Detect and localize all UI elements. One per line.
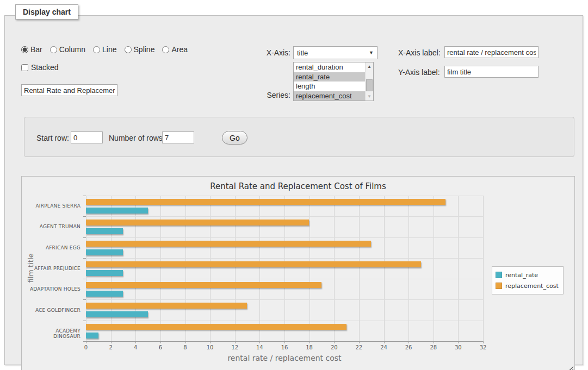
x-tick-mark xyxy=(384,341,385,343)
num-rows-label: Number of rows: xyxy=(109,134,165,142)
chart-type-label-bar[interactable]: Bar xyxy=(30,45,42,54)
bar-rental_rate[interactable] xyxy=(86,208,148,214)
x-axis-label-input[interactable] xyxy=(444,46,539,58)
y-axis-label-input[interactable] xyxy=(444,66,539,78)
x-tick-mark xyxy=(434,341,434,343)
chart-title: Rental Rate and Replacement Cost of Film… xyxy=(22,181,574,191)
x-tick-label: 24 xyxy=(373,344,395,350)
category-label: ACADEMY DINOSAUR xyxy=(27,328,81,339)
y-tick-mark xyxy=(83,321,86,321)
num-rows-input[interactable] xyxy=(162,131,194,143)
band-line xyxy=(86,196,483,196)
scroll-up-icon[interactable]: ▲ xyxy=(366,62,373,71)
y-tick-mark xyxy=(83,299,86,300)
y-tick-mark xyxy=(83,216,86,217)
x-tick-mark xyxy=(135,341,136,343)
x-axis-select-label: X-Axis: xyxy=(244,48,290,57)
resize-handle-icon[interactable] xyxy=(567,364,573,370)
legend-label: rental_rate xyxy=(505,272,538,279)
x-tick-mark xyxy=(210,341,211,343)
bar-replacement_cost[interactable] xyxy=(86,324,346,330)
legend-item-replacement_cost[interactable]: replacement_cost xyxy=(496,280,559,291)
chart-type-label-spline[interactable]: Spline xyxy=(134,45,155,54)
series-option-rental-rate[interactable]: rental_rate xyxy=(294,72,365,82)
chart-type-radio-area[interactable] xyxy=(162,46,169,53)
x-tick-label: 8 xyxy=(175,344,196,350)
gridline xyxy=(359,196,360,341)
legend-swatch-icon xyxy=(496,283,502,289)
band-line xyxy=(86,237,483,238)
gridline xyxy=(111,196,112,341)
series-option-replacement-cost[interactable]: replacement_cost xyxy=(294,91,365,101)
gridline xyxy=(235,196,236,341)
bar-replacement_cost[interactable] xyxy=(86,282,321,288)
gridline xyxy=(408,196,409,341)
y-tick-mark xyxy=(83,237,86,238)
gridline xyxy=(185,196,186,341)
x-axis-label-caption: X-Axis label: xyxy=(398,48,441,57)
gridline xyxy=(160,196,161,341)
x-tick-mark xyxy=(284,341,285,343)
stacked-label[interactable]: Stacked xyxy=(31,63,59,72)
x-tick-label: 18 xyxy=(299,344,320,350)
chevron-down-icon: ▼ xyxy=(369,50,374,55)
series-option-rental-duration[interactable]: rental_duration xyxy=(294,62,365,72)
x-tick-label: 22 xyxy=(348,344,370,350)
bar-rental_rate[interactable] xyxy=(86,311,148,317)
x-tick-mark xyxy=(483,341,484,343)
gridline xyxy=(86,196,86,341)
y-tick-mark xyxy=(83,341,86,342)
bar-rental_rate[interactable] xyxy=(86,270,123,276)
category-label: AIRPLANE SIERRA xyxy=(27,203,81,209)
x-axis-select[interactable]: title ▼ xyxy=(293,46,377,59)
gridline xyxy=(434,196,434,341)
rows-panel: Start row: Number of rows: Go xyxy=(24,117,574,157)
go-button[interactable]: Go xyxy=(222,131,247,145)
start-row-input[interactable] xyxy=(71,131,103,143)
bar-replacement_cost[interactable] xyxy=(86,303,247,309)
x-tick-mark xyxy=(160,341,161,343)
x-tick-mark xyxy=(185,341,186,343)
stacked-checkbox[interactable] xyxy=(21,64,28,71)
chart-type-label-column[interactable]: Column xyxy=(59,45,85,54)
bar-rental_rate[interactable] xyxy=(86,333,98,338)
chart-type-label-line[interactable]: Line xyxy=(102,45,116,54)
series-list-label: Series: xyxy=(244,91,290,99)
series-option-length[interactable]: length xyxy=(294,81,365,91)
band-line xyxy=(86,279,483,279)
chart-type-radio-column[interactable] xyxy=(50,46,57,53)
plot-area xyxy=(86,196,483,341)
bar-replacement_cost[interactable] xyxy=(86,261,421,267)
series-scrollbar[interactable]: ▲ ▼ xyxy=(365,62,373,101)
x-tick-label: 30 xyxy=(447,344,469,350)
bar-replacement_cost[interactable] xyxy=(86,220,309,225)
bar-rental_rate[interactable] xyxy=(86,291,123,297)
x-tick-label: 4 xyxy=(125,344,146,350)
bar-rental_rate[interactable] xyxy=(86,228,123,234)
x-tick-label: 12 xyxy=(224,344,246,350)
y-axis-title: film title xyxy=(27,187,35,350)
chart-type-radio-spline[interactable] xyxy=(125,46,132,53)
scroll-down-icon[interactable]: ▼ xyxy=(366,92,373,101)
series-listbox[interactable]: rental_duration rental_rate length repla… xyxy=(293,62,374,101)
gridline xyxy=(458,196,459,341)
chart-title-input[interactable] xyxy=(21,84,117,96)
gridline xyxy=(259,196,260,341)
start-row-label: Start row: xyxy=(36,134,69,142)
scroll-thumb[interactable] xyxy=(366,79,373,91)
bar-replacement_cost[interactable] xyxy=(86,199,445,205)
legend-item-rental_rate[interactable]: rental_rate xyxy=(496,269,559,280)
chart-type-radio-bar[interactable] xyxy=(21,46,28,53)
scroll-track[interactable] xyxy=(366,71,373,92)
bar-rental_rate[interactable] xyxy=(86,249,123,255)
chart-type-radio-group: Bar Column Line Spline Area xyxy=(21,45,193,54)
chart-type-label-area[interactable]: Area xyxy=(171,45,188,54)
y-tick-mark xyxy=(83,196,86,196)
x-tick-label: 2 xyxy=(100,344,122,350)
x-tick-mark xyxy=(334,341,335,343)
x-tick-label: 20 xyxy=(323,344,345,350)
chart-legend: rental_ratereplacement_cost xyxy=(492,266,564,294)
bar-replacement_cost[interactable] xyxy=(86,241,371,247)
chart-type-radio-line[interactable] xyxy=(93,46,100,53)
x-tick-label: 32 xyxy=(472,344,494,350)
